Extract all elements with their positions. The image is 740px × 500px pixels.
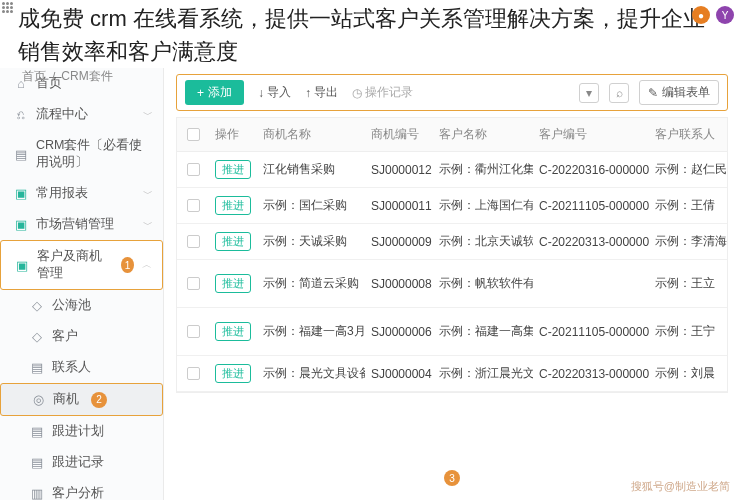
row-checkbox[interactable]: [187, 199, 200, 212]
user-icon: ◇: [30, 330, 44, 344]
sidebar-item-contact[interactable]: ▤联系人: [0, 352, 163, 383]
advance-button[interactable]: 推进: [215, 196, 251, 215]
chevron-down-icon: ﹀: [143, 108, 153, 122]
cell-code: SJ0000004: [365, 356, 433, 391]
chevron-down-icon: ﹀: [143, 218, 153, 232]
chevron-down-icon: ﹀: [143, 187, 153, 201]
sidebar-item-flow[interactable]: ⎌流程中心﹀: [0, 99, 163, 130]
flow-icon: ⎌: [14, 108, 28, 122]
plus-icon: +: [197, 86, 204, 100]
sidebar-item-follow-rec[interactable]: ▤跟进记录: [0, 447, 163, 478]
chevron-up-icon: ︿: [142, 258, 152, 272]
sidebar-item-cust-opp[interactable]: ▣客户及商机管理1︿: [0, 240, 163, 290]
table-header: 操作 商机名称 商机编号 客户名称 客户编号 客户联系人: [177, 118, 727, 152]
import-icon: ↓: [258, 86, 264, 100]
notification-icon[interactable]: ●: [692, 6, 710, 24]
cell-contact: 示例：王宁: [649, 308, 727, 355]
table-row[interactable]: 推进示例：简道云采购SJ0000008示例：帆软软件有限公司示例：王立: [177, 260, 727, 308]
table-row[interactable]: 推进江化销售采购SJ0000012示例：衢州江化集团C-20220316-000…: [177, 152, 727, 188]
cell-cust-code: C-20220313-0000002: [533, 224, 649, 259]
app-menu-icon[interactable]: [2, 2, 14, 14]
main-content: +添加 ↓导入 ↑导出 ◷操作记录 ▾ ⌕ ✎编辑表单 操作 商机名称 商机编号…: [164, 68, 740, 500]
th-cust[interactable]: 客户名称: [433, 118, 533, 151]
doc-icon: ▤: [14, 147, 28, 161]
breadcrumb: 首页 / CRM套件: [22, 68, 113, 85]
advance-button[interactable]: 推进: [215, 322, 251, 341]
step-badge-1: 1: [121, 257, 134, 273]
row-checkbox[interactable]: [187, 163, 200, 176]
cell-cust: 示例：福建一高集团: [433, 308, 533, 355]
history-button[interactable]: ◷操作记录: [352, 84, 413, 101]
cell-cust-code: C-20220316-0000001: [533, 152, 649, 187]
row-checkbox[interactable]: [187, 325, 200, 338]
sidebar-item-cust-analysis[interactable]: ▥客户分析: [0, 478, 163, 500]
user-avatar-icon[interactable]: Y: [716, 6, 734, 24]
sidebar-item-opportunity[interactable]: ◎商机2: [0, 383, 163, 416]
table-row[interactable]: 推进示例：国仁采购SJ0000011示例：上海国仁有限...C-20211105…: [177, 188, 727, 224]
cell-contact: 示例：李清海: [649, 224, 727, 259]
breadcrumb-seg[interactable]: CRM套件: [61, 68, 112, 85]
folder-icon: ▣: [14, 218, 28, 232]
cell-cust: 示例：浙江晨光文具...: [433, 356, 533, 391]
row-checkbox[interactable]: [187, 235, 200, 248]
data-table: 操作 商机名称 商机编号 客户名称 客户编号 客户联系人 推进江化销售采购SJ0…: [176, 117, 728, 393]
chart-icon: ▥: [30, 487, 44, 501]
watermark-text: 搜狐号@制造业老简: [631, 479, 730, 494]
export-icon: ↑: [305, 86, 311, 100]
money-icon: ◎: [31, 393, 45, 407]
cell-name: 示例：晨光文具设备...: [257, 356, 365, 391]
cell-code: SJ0000009: [365, 224, 433, 259]
cell-contact: 示例：刘晨: [649, 356, 727, 391]
cell-name: 示例：简道云采购: [257, 260, 365, 307]
record-icon: ▤: [30, 456, 44, 470]
th-cust-code[interactable]: 客户编号: [533, 118, 649, 151]
sidebar-item-marketing[interactable]: ▣市场营销管理﹀: [0, 209, 163, 240]
row-checkbox[interactable]: [187, 277, 200, 290]
advance-button[interactable]: 推进: [215, 274, 251, 293]
clock-icon: ◷: [352, 86, 362, 100]
sidebar: ⌂首页 ⎌流程中心﹀ ▤CRM套件〔必看使用说明〕 ▣常用报表﹀ ▣市场营销管理…: [0, 68, 164, 500]
edit-form-button[interactable]: ✎编辑表单: [639, 80, 719, 105]
th-code[interactable]: 商机编号: [365, 118, 433, 151]
table-row[interactable]: 推进示例：天诚采购SJ0000009示例：北京天诚软件...C-20220313…: [177, 224, 727, 260]
select-all-checkbox[interactable]: [187, 128, 200, 141]
user-icon: ◇: [30, 299, 44, 313]
breadcrumb-seg[interactable]: 首页: [22, 68, 46, 85]
advance-button[interactable]: 推进: [215, 364, 251, 383]
search-icon[interactable]: ⌕: [609, 83, 629, 103]
cell-name: 示例：天诚采购: [257, 224, 365, 259]
row-checkbox[interactable]: [187, 367, 200, 380]
step-badge-3: 3: [444, 470, 460, 486]
filter-icon[interactable]: ▾: [579, 83, 599, 103]
cell-contact: 示例：王立: [649, 260, 727, 307]
sidebar-item-crm-suite[interactable]: ▤CRM套件〔必看使用说明〕: [0, 130, 163, 178]
th-op: 操作: [209, 118, 257, 151]
edit-icon: ✎: [648, 86, 658, 100]
sidebar-item-follow-plan[interactable]: ▤跟进计划: [0, 416, 163, 447]
add-button[interactable]: +添加: [185, 80, 244, 105]
plan-icon: ▤: [30, 425, 44, 439]
sidebar-item-reports[interactable]: ▣常用报表﹀: [0, 178, 163, 209]
table-row[interactable]: 推进示例：晨光文具设备...SJ0000004示例：浙江晨光文具...C-202…: [177, 356, 727, 392]
cell-contact: 示例：赵仁民: [649, 152, 727, 187]
cell-name: 江化销售采购: [257, 152, 365, 187]
sidebar-item-pool[interactable]: ◇公海池: [0, 290, 163, 321]
toolbar: +添加 ↓导入 ↑导出 ◷操作记录 ▾ ⌕ ✎编辑表单: [176, 74, 728, 111]
cell-code: SJ0000008: [365, 260, 433, 307]
cell-cust-code: C-20211105-0000004: [533, 308, 649, 355]
export-button[interactable]: ↑导出: [305, 84, 338, 101]
th-contact[interactable]: 客户联系人: [649, 118, 727, 151]
cell-cust: 示例：上海国仁有限...: [433, 188, 533, 223]
cell-cust: 示例：帆软软件有限公司: [433, 260, 533, 307]
folder-icon: ▣: [14, 187, 28, 201]
cell-code: SJ0000012: [365, 152, 433, 187]
th-name[interactable]: 商机名称: [257, 118, 365, 151]
advance-button[interactable]: 推进: [215, 232, 251, 251]
cell-cust-code: [533, 260, 649, 307]
cell-contact: 示例：王倩: [649, 188, 727, 223]
step-badge-2: 2: [91, 392, 107, 408]
table-row[interactable]: 推进示例：福建一高3月订单SJ0000006示例：福建一高集团C-2021110…: [177, 308, 727, 356]
sidebar-item-customer[interactable]: ◇客户: [0, 321, 163, 352]
advance-button[interactable]: 推进: [215, 160, 251, 179]
import-button[interactable]: ↓导入: [258, 84, 291, 101]
